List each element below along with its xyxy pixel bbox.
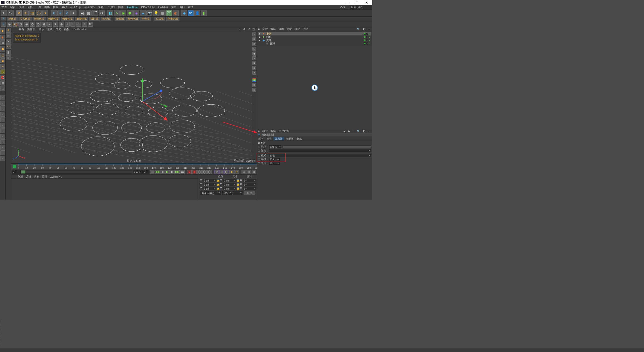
btab-func[interactable]: 功能 [34,175,39,179]
anim-ring-icon[interactable] [258,146,260,148]
anim-ring-icon[interactable] [258,150,260,152]
snap-opt-1[interactable]: · [0,95,5,100]
rec-scale-button[interactable]: ◫ [219,170,224,174]
snap-opt-3[interactable]: · [0,106,5,111]
vp-menu-camera[interactable]: 摄像机 [27,27,35,31]
record-button[interactable]: ● [187,170,192,174]
scale-tool-button[interactable]: ◫ [29,10,35,16]
vp-icon-12[interactable]: ▥ [252,88,256,92]
lasso-icon[interactable]: ◠ [6,44,11,49]
coord-Y-size[interactable]: 0 cm◂▸ [223,183,236,186]
menu-help[interactable]: 帮助 [188,5,193,9]
vp-menu-options[interactable]: 选项 [47,27,53,31]
vp-menu-panel[interactable]: 面板 [64,27,70,31]
key-opt-2[interactable]: ◯ [202,170,207,174]
sub-btn-9[interactable]: ▼ [53,22,58,27]
vp-icon-9[interactable]: ▲ [252,71,256,75]
x-axis-button[interactable]: X [51,10,57,16]
field-random[interactable]: 随机域 [114,17,126,21]
select-tool-button[interactable]: ✥ [16,10,22,16]
menu-motiontrack[interactable]: 运动跟踪 [84,5,95,9]
add-env-button[interactable]: ☁ [140,10,146,16]
field-capsule[interactable]: 胶囊体域 [75,17,88,21]
object-tree[interactable]: ▾✦ 推散 ✔▾✦ 随机 ✔▾◆ 克隆 ✔○ 圆环 ✔ [257,31,372,46]
render-view-button[interactable]: ▣ [79,10,85,16]
add-nurbs-button[interactable]: ◉ [120,10,126,16]
vp-handle-icon[interactable]: ⠿ [13,23,15,26]
snap-button-2[interactable]: ◫ [0,86,5,91]
coord-Y-pos[interactable]: 0 cm◂▸ [203,183,216,186]
goto-end-button[interactable]: ⏭ [180,170,185,174]
coord-mode-select[interactable]: 对象 (相对) [200,191,221,195]
minimize-button[interactable]: — [343,1,352,5]
rec-pla-button[interactable]: P [234,170,239,174]
time-slider[interactable] [21,170,132,174]
sub-btn-10[interactable]: ◆ [59,22,64,27]
vp-icon-6[interactable]: ✦ [252,56,256,60]
field-shader[interactable]: 着色器域 [126,17,140,21]
field-linear[interactable]: 线性域 [89,17,100,21]
sub-btn-12[interactable]: ✧ [70,22,75,27]
magnet-button[interactable]: 🧲 [0,75,5,80]
attr-radius-value[interactable]: 119 cm◂▸ [269,158,280,161]
field-sphere[interactable]: 球体域 [7,17,18,21]
menu-pipeline[interactable]: 流水线 [107,5,115,9]
menu-create[interactable]: 创建 [19,5,24,9]
sub-btn-6[interactable]: ◔ [36,22,41,27]
end-frame-field[interactable]: 300 F [133,170,142,174]
snap-button-1[interactable]: ▦ [0,80,5,85]
coord-Z-pos[interactable]: 0 cm◂▸ [203,187,216,190]
rec-rot-button[interactable]: ◯ [224,170,229,174]
rec-pos-button[interactable]: ✢ [214,170,219,174]
attr-select-field[interactable] [269,149,371,152]
vp-icon-1[interactable]: + [252,32,256,36]
add-cube-button[interactable]: ◧ [107,10,113,16]
snap-opt-11[interactable]: · [0,150,5,155]
timeline-ruler[interactable] [11,163,257,169]
vp-icon-11[interactable]: ▤ [252,83,256,87]
start-frame-field[interactable]: 0 F [12,170,21,174]
snap-opt-8[interactable]: · [0,134,5,139]
sub-btn-15[interactable]: fx [88,22,93,27]
sub-btn-8[interactable]: ▲ [47,22,52,27]
sub-btn-5[interactable]: ◓ [30,22,35,27]
prev-key-button[interactable]: ◀◀ [155,170,159,174]
om-grip-icon[interactable]: ⠿ [258,27,260,31]
snap-opt-6[interactable]: · [0,123,5,128]
workplane-mode-button[interactable]: ▦ [0,40,5,45]
om-menu-tags[interactable]: 标签 [295,27,300,31]
coord-Y-rot[interactable]: 0 °◂▸ [243,183,256,186]
brush2-tool-icon[interactable]: ▯ [6,55,11,60]
menu-spline[interactable]: 样条 [53,5,58,9]
snap-opt-9[interactable]: · [0,139,5,144]
attr-tab-3[interactable]: 变形器 [284,137,295,140]
field-cone[interactable]: 圆锥体域 [47,17,60,21]
plugin-btn-1[interactable]: ◆ [181,10,187,16]
move-tool-button[interactable]: ✢ [23,10,29,16]
mat-grip-icon[interactable]: ⠿ [18,175,20,178]
key-opt-1[interactable]: ◯ [197,170,202,174]
axis-mode-button[interactable]: ⌖ [0,64,5,69]
menu-realflow[interactable]: RealFlow [127,6,138,9]
am-grip-icon[interactable]: ⠿ [258,129,260,133]
texture-mode-button[interactable]: ◐ [0,35,5,40]
goto-start-button[interactable]: ⏮ [150,170,154,174]
am-menu-mode[interactable]: 模式 [262,129,268,133]
snap-opt-4[interactable]: · [0,112,5,117]
rotate-tool-button[interactable]: ◯ [36,10,42,16]
field-torus[interactable]: 圆环体域 [61,17,74,21]
am-menu-edit[interactable]: 编辑 [270,129,276,133]
field-formula[interactable]: 公式域 [154,17,165,21]
sub-btn-3[interactable]: ◑ [18,22,23,27]
sub-btn-11[interactable]: ✦ [65,22,70,27]
layout-select[interactable]: 启动 (用户) [350,5,372,10]
menu-select[interactable]: 选择 [27,5,33,9]
field-sound[interactable]: 声音域 [140,17,151,21]
vp-move-icon[interactable]: ✢ [15,23,18,27]
close-button[interactable]: ✕ [362,1,371,5]
coord-Z-rot[interactable]: 0 °◂▸ [243,187,256,190]
add-deformer-button[interactable]: ◈ [133,10,139,16]
attr-tab-0[interactable]: 基本 [257,137,265,140]
poly-mode-button[interactable]: ▣ [0,58,5,63]
sub-grip-icon[interactable]: ⠿ [1,22,6,27]
